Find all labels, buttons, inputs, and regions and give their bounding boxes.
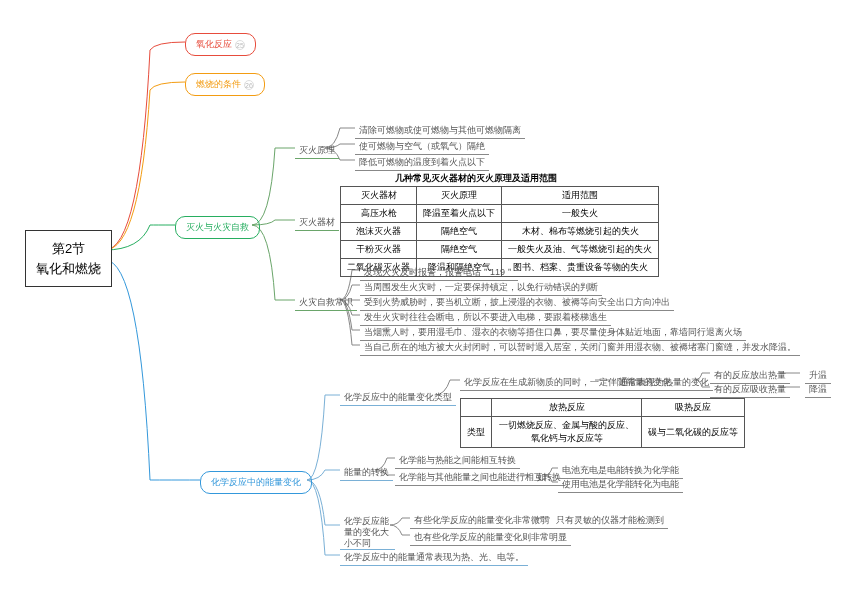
e3c: 如 — [533, 469, 550, 486]
e5: 化学反应中的能量通常表现为热、光、电等。 — [340, 549, 528, 566]
n-fire-equip[interactable]: 灭火器材 — [295, 214, 339, 231]
root-node[interactable]: 第2节 氧化和燃烧 — [25, 230, 112, 287]
n-fire[interactable]: 灭火与火灾自救 — [175, 216, 260, 239]
p3: 降低可燃物的温度到着火点以下 — [355, 154, 489, 171]
e1b: 通常表现为热量的变化 — [615, 374, 713, 391]
e4c: 也有些化学反应的能量变化则非常明显 — [410, 529, 571, 546]
n-energy[interactable]: 化学反应中的能量变化 — [200, 471, 312, 494]
n-oxidation[interactable]: 氧化反应25 — [185, 33, 256, 56]
e4[interactable]: 化学反应能量的变化大小不同 — [340, 514, 395, 550]
s6: 当自己所在的地方被大火封闭时，可以暂时退入居室，关闭门窗并用湿衣物、被褥堵塞门窗… — [360, 339, 800, 356]
table-cap: 几种常见灭火器材的灭火原理及适用范围 — [395, 172, 557, 185]
n-fire-self[interactable]: 火灾自救常识 — [295, 294, 357, 311]
e3a: 化学能与热能之间能相互转换 — [395, 452, 520, 469]
er2: 有的反应吸收热量 — [710, 381, 790, 398]
e2[interactable]: 化学反应中的能量变化类型 — [340, 389, 456, 406]
energy-table: 放热反应吸热反应 类型一切燃烧反应、金属与酸的反应、氧化钙与水反应等碳与二氧化碳… — [460, 398, 745, 448]
e3[interactable]: 能量的转换 — [340, 464, 393, 481]
root-text: 第2节 氧化和燃烧 — [36, 241, 101, 276]
p2: 使可燃物与空气（或氧气）隔绝 — [355, 138, 489, 155]
n-combust-cond[interactable]: 燃烧的条件26 — [185, 73, 265, 96]
e4b: 只有灵敏的仪器才能检测到 — [552, 512, 668, 529]
e4a: 有些化学反应的能量变化非常微弱 — [410, 512, 553, 529]
p1: 清除可燃物或使可燃物与其他可燃物隔离 — [355, 122, 525, 139]
er2b: 降温 — [805, 381, 831, 398]
n-fire-principle[interactable]: 灭火原理 — [295, 142, 339, 159]
e3e: 使用电池是化学能转化为电能 — [558, 476, 683, 493]
